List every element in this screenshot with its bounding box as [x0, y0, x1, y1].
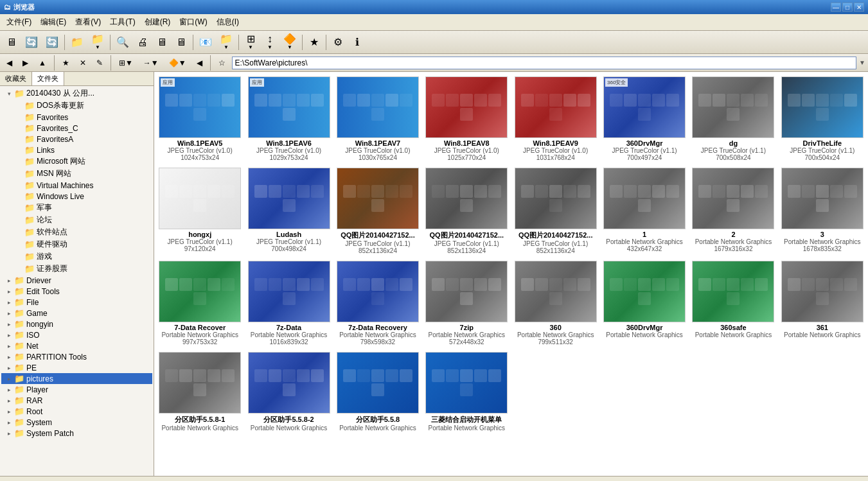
list-item[interactable]: Win8.1PEAV8JPEG TrueColor (v1.0)1025x770…: [422, 73, 511, 164]
list-item[interactable]: 分区助手5.5.8Portable Network Graphics: [333, 349, 422, 435]
tree-item[interactable]: ▸📁Net: [1, 340, 152, 351]
list-item[interactable]: 应用Win8.1PEAV5JPEG TrueColor (v1.0)1024x7…: [155, 73, 244, 164]
tree-item[interactable]: ▸📁PE: [1, 362, 152, 373]
tree-item[interactable]: 📁论坛: [1, 214, 152, 226]
tree-item[interactable]: ▸📁Player: [1, 384, 152, 395]
tree-item[interactable]: 📁证券股票: [1, 263, 152, 275]
tb-bookmark-button[interactable]: ★: [305, 33, 323, 52]
tree-item[interactable]: 📁军事: [1, 202, 152, 214]
tree-item[interactable]: ▸📁Driever: [1, 275, 152, 286]
nav-left-button[interactable]: ◀: [193, 57, 206, 69]
tree-item[interactable]: 📁游戏: [1, 250, 152, 263]
tree-item[interactable]: ▸📁Root: [1, 406, 152, 417]
tree-item[interactable]: 📁硬件驱动: [1, 238, 152, 250]
list-item[interactable]: DrivTheLifeJPEG TrueColor (v1.1)700x504x…: [778, 73, 867, 164]
menu-window[interactable]: 窗口(W): [175, 15, 211, 29]
list-item[interactable]: 361Portable Network Graphics: [778, 258, 867, 349]
nav-edit-button[interactable]: ✎: [93, 57, 107, 69]
list-item[interactable]: dgJPEG TrueColor (v1.1)700x508x24: [689, 73, 777, 164]
tree-item[interactable]: 📁Links: [1, 144, 152, 155]
menu-view[interactable]: 查看(V): [71, 15, 105, 29]
close-button[interactable]: ✕: [854, 3, 864, 12]
tree-item[interactable]: ▾📁20140430 从 公用...: [1, 87, 152, 100]
list-item[interactable]: 360安全360DrvMgrJPEG TrueColor (v1.1)700x4…: [600, 73, 689, 164]
tb-settings-button[interactable]: ⚙: [329, 33, 347, 52]
tb-view-button[interactable]: ⊞ ▼: [242, 33, 260, 52]
tree-item[interactable]: 📁FavoritesA: [1, 134, 152, 144]
menu-info[interactable]: 信息(I): [213, 15, 243, 29]
menu-edit[interactable]: 编辑(E): [37, 15, 70, 29]
nav-delete-button[interactable]: ✕: [76, 57, 90, 69]
list-item[interactable]: 360safePortable Network Graphics: [689, 258, 777, 349]
tb-home-button[interactable]: 🖥: [3, 33, 21, 52]
list-item[interactable]: QQ图片20140427152...JPEG TrueColor (v1.1)8…: [422, 164, 511, 258]
list-item[interactable]: 360Portable Network Graphics799x511x32: [511, 258, 600, 349]
tb-email2-button[interactable]: 📁 ▼: [217, 33, 236, 52]
list-item[interactable]: LudashJPEG TrueColor (v1.1)700x498x24: [244, 164, 333, 258]
list-item[interactable]: QQ图片20140427152...JPEG TrueColor (v1.1)8…: [333, 164, 422, 258]
list-item[interactable]: 7-Data RecoverPortable Network Graphics9…: [155, 258, 244, 349]
list-item[interactable]: 分区助手5.5.8-2Portable Network Graphics: [244, 349, 333, 435]
tb-email-button[interactable]: 📧: [196, 33, 215, 52]
menu-create[interactable]: 创建(R): [141, 15, 175, 29]
tree-item[interactable]: ▸📁System Patch: [1, 428, 152, 439]
title-bar-controls[interactable]: — □ ✕: [831, 3, 864, 12]
tree-item[interactable]: 📁MSN 网站: [1, 168, 152, 180]
nav-go-button[interactable]: →▼: [139, 57, 163, 69]
list-item[interactable]: 应用Win8.1PEAV6JPEG TrueColor (v1.0)1029x7…: [244, 73, 333, 164]
tree-item[interactable]: ▸📁RAR: [1, 395, 152, 406]
tree-item[interactable]: 📁Windows Live: [1, 191, 152, 202]
list-item[interactable]: 7z-DataPortable Network Graphics1016x839…: [244, 258, 333, 349]
nav-bookmark-button[interactable]: ★: [58, 57, 73, 69]
list-item[interactable]: 2Portable Network Graphics1679x316x32: [689, 164, 777, 258]
list-item[interactable]: 360DrvMgrPortable Network Graphics: [600, 258, 689, 349]
tab-favorites[interactable]: 收藏夹: [0, 72, 32, 85]
tree-item[interactable]: 📁Favorites_C: [1, 123, 152, 134]
tree-item[interactable]: 📁Favorites: [1, 112, 152, 123]
list-item[interactable]: 三菱结合启动开机菜单Portable Network Graphics: [422, 349, 511, 435]
tb-search-button[interactable]: 🔍: [113, 33, 132, 52]
tb-refresh-button[interactable]: 🔄: [22, 33, 41, 52]
maximize-button[interactable]: □: [842, 3, 853, 12]
tree-item[interactable]: 📁Microsoft 网站: [1, 155, 152, 168]
list-item[interactable]: 分区助手5.5.8-1Portable Network Graphics: [155, 349, 244, 435]
nav-path[interactable]: E:\SoftWare\pictures\: [232, 57, 857, 69]
tree-item[interactable]: ▸📁ISO: [1, 329, 152, 340]
tree-item[interactable]: ▸📁Game: [1, 308, 152, 319]
tree-view[interactable]: ▾📁20140430 从 公用...📁DOS杀毒更新📁Favorites📁Fav…: [0, 86, 154, 476]
nav-dropdown-arrow[interactable]: ▼: [859, 59, 865, 66]
list-item[interactable]: 7z-Data RecoveryPortable Network Graphic…: [333, 258, 422, 349]
tb-info-button[interactable]: ℹ: [348, 33, 366, 52]
tb-print-button[interactable]: 🖨: [134, 33, 152, 52]
tree-item[interactable]: ▸📁System: [1, 417, 152, 428]
tb-monitor-button[interactable]: 🖥: [153, 33, 171, 52]
tab-folder[interactable]: 文件夹: [32, 72, 64, 85]
nav-back-button[interactable]: ◀: [3, 57, 16, 69]
list-item[interactable]: 1Portable Network Graphics432x647x32: [600, 164, 689, 258]
nav-star-button[interactable]: ☆: [215, 57, 229, 69]
nav-forward-button[interactable]: ▶: [19, 57, 32, 69]
tb-refresh2-button[interactable]: 🔄: [42, 33, 62, 52]
tree-item[interactable]: ▸📁PARTITION Tools: [1, 351, 152, 362]
minimize-button[interactable]: —: [831, 3, 841, 12]
list-item[interactable]: 3Portable Network Graphics1678x835x32: [778, 164, 867, 258]
list-item[interactable]: Win8.1PEAV9JPEG TrueColor (v1.0)1031x768…: [511, 73, 600, 164]
nav-view2-button[interactable]: ⊞▼: [115, 57, 137, 69]
tree-item[interactable]: 📁Virtual Machines: [1, 180, 152, 191]
tree-item[interactable]: ▸📁pictures: [1, 373, 152, 384]
menu-file[interactable]: 文件(F): [3, 15, 35, 29]
tree-item[interactable]: ▸📁Edit Tools: [1, 286, 152, 297]
tb-folder2-button[interactable]: 📁 ▼: [88, 33, 107, 52]
menu-tools[interactable]: 工具(T): [106, 15, 139, 29]
nav-up-button[interactable]: ▲: [35, 57, 50, 69]
list-item[interactable]: QQ图片20140427152...JPEG TrueColor (v1.1)8…: [511, 164, 600, 258]
nav-filter2-button[interactable]: 🔶▼: [165, 57, 190, 69]
tb-monitor2-button[interactable]: 🖥: [172, 33, 190, 52]
tree-item[interactable]: 📁DOS杀毒更新: [1, 100, 152, 112]
list-item[interactable]: hongxjJPEG TrueColor (v1.1)97x120x24: [155, 164, 244, 258]
tree-item[interactable]: ▸📁File: [1, 297, 152, 308]
tb-folder-button[interactable]: 📁: [67, 33, 87, 52]
tree-item[interactable]: ▸📁hongyin: [1, 319, 152, 329]
list-item[interactable]: Win8.1PEAV7JPEG TrueColor (v1.0)1030x765…: [333, 73, 422, 164]
tree-item[interactable]: 📁软件站点: [1, 226, 152, 238]
